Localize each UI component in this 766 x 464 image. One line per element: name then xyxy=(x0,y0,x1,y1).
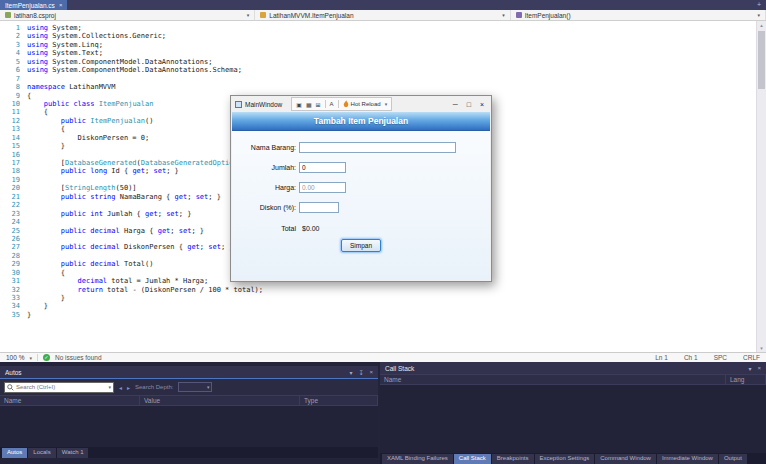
code-line: 2using System.Collections.Generic; xyxy=(0,32,756,40)
column-header-name[interactable]: Name xyxy=(0,396,140,405)
code-text[interactable]: using System.Linq; xyxy=(27,41,103,49)
preview-title-bar[interactable]: MainWindow ▣ ▦ ⊞ A Hot Reload ▾ ─ □ × xyxy=(231,96,491,112)
chevron-down-icon: ▾ xyxy=(502,12,505,18)
project-dropdown[interactable]: latihan8.csproj ▾ xyxy=(0,10,255,20)
code-text[interactable]: using System; xyxy=(27,24,82,32)
code-text[interactable]: } xyxy=(27,142,65,150)
member-dropdown[interactable]: ItemPenjualan() ▾ xyxy=(511,10,766,20)
tab-immediate-window[interactable]: Immediate Window xyxy=(657,454,718,464)
code-text[interactable]: DiskonPersen = 0; xyxy=(27,134,149,142)
code-text[interactable]: public long Id { get; set; } xyxy=(27,167,179,175)
column-header-value[interactable]: Value xyxy=(140,396,300,405)
tab-output[interactable]: Output xyxy=(719,454,747,464)
tab-itempenjualan-cs[interactable]: ItemPenjualan.cs × xyxy=(0,0,67,10)
close-icon[interactable]: × xyxy=(59,2,63,8)
hot-reload-button[interactable]: Hot Reload xyxy=(343,100,381,108)
code-text[interactable]: using System.ComponentModel.DataAnnotati… xyxy=(27,66,242,74)
code-text[interactable]: using System.ComponentModel.DataAnnotati… xyxy=(27,58,212,66)
callstack-title-bar[interactable]: Call Stack ▾ × xyxy=(380,362,766,374)
zoom-level[interactable]: 100 % xyxy=(6,354,24,361)
tab-watch-1[interactable]: Watch 1 xyxy=(57,448,89,458)
form-row: Harga: xyxy=(232,177,490,197)
tab-command-window[interactable]: Command Window xyxy=(595,454,656,464)
autos-tab-strip: AutosLocalsWatch 1 xyxy=(0,447,378,458)
form-row: Nama Barang: xyxy=(232,137,490,157)
code-text[interactable]: decimal total = Jumlah * Harga; xyxy=(27,277,208,285)
field-label: Diskon (%): xyxy=(232,204,296,211)
code-text[interactable]: public ItemPenjualan() xyxy=(27,117,153,125)
code-text[interactable]: public string NamaBarang { get; set; } xyxy=(27,193,221,201)
code-text[interactable]: { xyxy=(27,125,65,133)
scroll-up-icon[interactable]: ▴ xyxy=(757,21,766,29)
tab-call-stack[interactable]: Call Stack xyxy=(454,454,491,464)
field-input-jumlah[interactable] xyxy=(299,162,346,173)
scrollbar-thumb[interactable] xyxy=(758,31,765,89)
code-text[interactable]: { xyxy=(27,269,65,277)
editor-status-strip: 100 % ▾ ✓ No issues found Ln 1 Ch 1 SPC … xyxy=(0,352,766,362)
accessibility-icon[interactable]: A xyxy=(330,101,334,107)
plus-icon[interactable]: + xyxy=(757,0,766,10)
space-indicator[interactable]: SPC xyxy=(714,354,727,361)
minimize-icon[interactable]: ─ xyxy=(453,101,458,108)
line-number: 26 xyxy=(0,235,27,243)
field-input-harga[interactable] xyxy=(299,182,346,193)
search-box[interactable]: ▾ xyxy=(4,382,114,393)
editor-scrollbar[interactable]: ▴ ▾ xyxy=(756,21,766,352)
window-menu-icon[interactable]: ▾ xyxy=(748,365,751,372)
close-icon[interactable]: × xyxy=(480,101,484,108)
column-header-type[interactable]: Type xyxy=(300,396,378,405)
previous-result-icon[interactable]: ◂ xyxy=(119,384,122,391)
code-text[interactable]: using System.Collections.Generic; xyxy=(27,32,166,40)
search-input[interactable] xyxy=(16,384,106,390)
chevron-down-icon[interactable]: ▾ xyxy=(385,101,388,107)
tab-exception-settings[interactable]: Exception Settings xyxy=(535,454,595,464)
window-menu-icon[interactable]: ▾ xyxy=(349,369,352,376)
code-text[interactable]: [StringLength(50)] xyxy=(27,184,137,192)
line-indicator[interactable]: Ln 1 xyxy=(655,354,668,361)
simpan-button[interactable]: Simpan xyxy=(341,239,381,252)
eol-indicator[interactable]: CRLF xyxy=(743,354,760,361)
type-dropdown[interactable]: LatihanMVVM.ItemPenjualan ▾ xyxy=(255,10,510,20)
close-icon[interactable]: × xyxy=(369,369,373,376)
show-grid-icon[interactable]: ▦ xyxy=(306,101,312,108)
close-icon[interactable]: × xyxy=(757,365,761,372)
field-input-nama-barang[interactable] xyxy=(299,142,456,153)
chevron-down-icon[interactable]: ▾ xyxy=(108,384,111,390)
tab-breakpoints[interactable]: Breakpoints xyxy=(492,454,534,464)
code-text[interactable]: { xyxy=(27,108,48,116)
code-text[interactable]: public class ItemPenjualan xyxy=(27,100,153,108)
select-element-icon[interactable]: ▣ xyxy=(296,101,302,108)
issues-status[interactable]: No issues found xyxy=(55,354,102,361)
total-value: $0.00 xyxy=(302,225,320,232)
code-text[interactable]: public decimal Total() xyxy=(27,260,153,268)
code-text[interactable]: } xyxy=(27,294,65,302)
code-text[interactable]: } xyxy=(27,302,48,310)
code-text[interactable]: { xyxy=(27,92,31,100)
code-text[interactable]: } xyxy=(27,311,31,319)
code-text[interactable]: public decimal DiskonPersen { get; set; … xyxy=(27,243,234,251)
next-result-icon[interactable]: ▸ xyxy=(127,384,130,391)
scroll-down-icon[interactable]: ▾ xyxy=(757,344,766,352)
caret-position-group: Ln 1 Ch 1 SPC CRLF xyxy=(655,354,760,361)
code-text[interactable]: namespace LatihanMVVM xyxy=(27,83,116,91)
tab-xaml-binding-failures[interactable]: XAML Binding Failures xyxy=(382,454,453,464)
char-indicator[interactable]: Ch 1 xyxy=(684,354,698,361)
layout-adorners-icon[interactable]: ⊞ xyxy=(316,101,321,108)
chevron-down-icon[interactable]: ▾ xyxy=(29,355,32,361)
pin-icon[interactable]: ↧ xyxy=(358,369,363,376)
search-depth-combo[interactable]: ▾ xyxy=(178,382,212,392)
chevron-down-icon: ▾ xyxy=(247,12,250,18)
code-text[interactable]: return total - (DiskonPersen / 100 * tot… xyxy=(27,286,263,294)
column-header-lang[interactable]: Lang xyxy=(726,375,766,384)
maximize-icon[interactable]: □ xyxy=(467,101,471,108)
tab-locals[interactable]: Locals xyxy=(28,448,55,458)
code-text[interactable]: using System.Text; xyxy=(27,49,103,57)
field-input-diskon[interactable] xyxy=(299,202,339,213)
column-header-name[interactable]: Name xyxy=(380,375,726,384)
line-number: 30 xyxy=(0,269,27,277)
code-text[interactable]: public decimal Harga { get; set; } xyxy=(27,227,204,235)
autos-title-bar[interactable]: Autos ▾ ↧ × xyxy=(0,366,378,379)
line-number: 24 xyxy=(0,218,27,226)
code-text[interactable]: public int Jumlah { get; set; } xyxy=(27,210,191,218)
tab-autos[interactable]: Autos xyxy=(2,448,27,458)
